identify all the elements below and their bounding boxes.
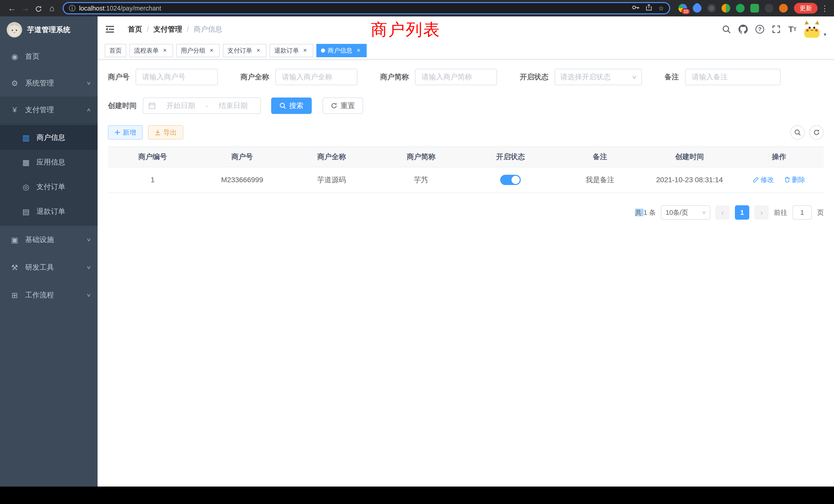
search-button[interactable]: 搜索 xyxy=(271,97,312,114)
extension-icon-6[interactable] xyxy=(750,4,759,13)
sidebar-item-pay-orders[interactable]: ◎ 支付订单 xyxy=(0,175,97,199)
prev-page-button[interactable]: ‹ xyxy=(716,205,730,220)
merchant-no-label: 商户号 xyxy=(108,72,129,82)
edit-link[interactable]: 修改 xyxy=(753,175,774,184)
tools-icon: ⚒ xyxy=(10,263,19,272)
page-size-select[interactable]: 10条/页 ∨ xyxy=(661,205,710,220)
chrome-update-button[interactable]: 更新 xyxy=(794,3,817,14)
help-icon[interactable]: ? xyxy=(755,25,764,33)
extension-icon-5[interactable] xyxy=(736,4,745,13)
close-icon[interactable]: × xyxy=(161,47,169,54)
share-icon[interactable] xyxy=(645,4,652,12)
extension-icon-3[interactable] xyxy=(707,4,716,13)
table-row: 1 M233666999 芋道源码 芋艿 我是备注 2021-10-23 08:… xyxy=(108,167,824,193)
remark-label: 备注 xyxy=(664,72,679,82)
tab-home[interactable]: 首页 xyxy=(105,44,126,57)
extension-icon-2[interactable] xyxy=(691,2,703,14)
sidebar-item-system[interactable]: ⚙ 系统管理 ∨ xyxy=(0,70,97,96)
sidebar-item-app-info[interactable]: ▦ 应用信息 xyxy=(0,150,97,175)
password-key-icon[interactable] xyxy=(632,4,639,13)
pagination-total: 共 1 条 xyxy=(635,208,656,217)
screen: ← → ⌂ ⓘ localhost:1024/pay/merchant ☆ 10 xyxy=(0,0,834,504)
close-icon[interactable]: × xyxy=(355,47,362,54)
payment-submenu: ▥ 商户信息 ▦ 应用信息 ◎ 支付订单 ▤ 退款订单 xyxy=(0,123,97,226)
sidebar-item-refund-orders[interactable]: ▤ 退款订单 xyxy=(0,199,97,224)
extension-icon-7[interactable] xyxy=(765,4,773,13)
breadcrumb-payment[interactable]: 支付管理 xyxy=(154,24,182,34)
extension-icon-1[interactable]: 10 xyxy=(678,4,687,13)
sidebar-item-dev-tools[interactable]: ⚒ 研发工具 ∨ xyxy=(0,254,97,281)
github-icon[interactable] xyxy=(739,25,748,34)
monitor-icon: ▣ xyxy=(10,235,19,244)
sidebar-item-home[interactable]: ◉ 首页 xyxy=(0,43,97,70)
reset-button[interactable]: 重置 xyxy=(323,97,363,114)
address-bar[interactable]: ⓘ localhost:1024/pay/merchant ☆ xyxy=(63,2,670,14)
remark-input[interactable] xyxy=(685,69,781,85)
short-name-label: 商户简称 xyxy=(380,72,409,82)
chevron-down-icon: ∨ xyxy=(86,80,91,86)
close-icon[interactable]: × xyxy=(302,47,309,54)
page-number-1[interactable]: 1 xyxy=(735,205,749,220)
top-navbar: 首页 / 支付管理 / 商户信息 ? xyxy=(97,17,834,42)
browser-reload-button[interactable] xyxy=(32,0,45,17)
add-button[interactable]: 新增 xyxy=(108,125,143,140)
short-name-input[interactable] xyxy=(415,69,497,85)
font-size-icon[interactable]: TT xyxy=(788,25,796,34)
sidebar-item-payment[interactable]: ¥ 支付管理 ∧ xyxy=(0,96,97,123)
close-icon[interactable]: × xyxy=(208,47,215,54)
user-avatar[interactable]: ▾ xyxy=(804,21,826,38)
breadcrumb-home[interactable]: 首页 xyxy=(128,24,142,34)
desktop-background-strip xyxy=(0,486,834,504)
refresh-button[interactable] xyxy=(809,125,824,140)
full-name-input[interactable] xyxy=(275,69,357,85)
active-dot xyxy=(321,48,325,53)
tab-refund-orders[interactable]: 退款订单 × xyxy=(270,44,313,57)
delete-link[interactable]: 删除 xyxy=(784,175,805,184)
yen-icon: ¥ xyxy=(10,106,19,114)
merchant-table: 商户编号 商户号 商户全称 商户简称 开启状态 备注 创建时间 操作 1 xyxy=(108,146,824,193)
sidebar-item-infrastructure[interactable]: ▣ 基础设施 ∨ xyxy=(0,226,97,254)
browser-profile-avatar[interactable] xyxy=(779,4,788,13)
sidebar-item-workflow[interactable]: ⊞ 工作流程 ∨ xyxy=(0,281,97,309)
tab-merchant-info[interactable]: 商户信息 × xyxy=(316,44,367,57)
create-time-label: 创建时间 xyxy=(108,101,137,111)
fullscreen-icon[interactable] xyxy=(772,25,781,33)
sidebar-item-merchant-info[interactable]: ▥ 商户信息 xyxy=(0,125,97,150)
merchant-no-input[interactable] xyxy=(136,69,218,85)
url-host: localhost:1024/pay/merchant xyxy=(79,5,161,12)
sidebar-toggle-icon[interactable] xyxy=(105,25,114,33)
app-logo[interactable]: 芋道管理系统 xyxy=(0,17,97,43)
tab-pay-orders[interactable]: 支付订单 × xyxy=(223,44,266,57)
extension-icon-4[interactable] xyxy=(722,4,730,13)
table-header-row: 商户编号 商户号 商户全称 商户简称 开启状态 备注 创建时间 操作 xyxy=(108,146,824,167)
tab-process-form[interactable]: 流程表单 × xyxy=(129,44,173,57)
goto-page-input[interactable] xyxy=(792,205,812,220)
extensions-row: 10 xyxy=(674,4,792,13)
status-select[interactable]: 请选择开启状态 ∨ xyxy=(555,69,642,85)
browser-toolbar: ← → ⌂ ⓘ localhost:1024/pay/merchant ☆ 10 xyxy=(0,0,834,17)
date-start-placeholder: 开始日期 xyxy=(159,101,203,111)
pagination: 共 1 条 10条/页 ∨ ‹ 1 › 前往 页 xyxy=(108,205,824,220)
flow-icon: ⊞ xyxy=(10,291,19,300)
browser-forward-button[interactable]: → xyxy=(19,0,32,17)
breadcrumb-current: 商户信息 xyxy=(194,24,222,34)
toggle-search-button[interactable] xyxy=(790,125,805,140)
close-icon[interactable]: × xyxy=(255,47,262,54)
app-title: 芋道管理系统 xyxy=(27,25,70,35)
search-icon[interactable] xyxy=(722,25,731,33)
chevron-down-icon: ∨ xyxy=(86,237,91,243)
browser-menu-icon[interactable]: ⋮ xyxy=(821,4,829,13)
status-switch[interactable] xyxy=(500,175,521,185)
status-label: 开启状态 xyxy=(520,72,548,82)
browser-home-button[interactable]: ⌂ xyxy=(45,0,59,17)
card-icon: ▥ xyxy=(22,133,30,142)
site-info-icon[interactable]: ⓘ xyxy=(69,4,75,13)
bookmark-star-icon[interactable]: ☆ xyxy=(658,5,664,12)
full-name-label: 商户全称 xyxy=(240,72,269,82)
export-button[interactable]: 导出 xyxy=(148,125,183,140)
chevron-down-icon: ∨ xyxy=(632,74,637,80)
tab-user-group[interactable]: 用户分组 × xyxy=(176,44,220,57)
next-page-button[interactable]: › xyxy=(754,205,769,220)
browser-back-button[interactable]: ← xyxy=(5,0,19,17)
date-range-picker[interactable]: 开始日期 - 结束日期 xyxy=(143,97,261,114)
